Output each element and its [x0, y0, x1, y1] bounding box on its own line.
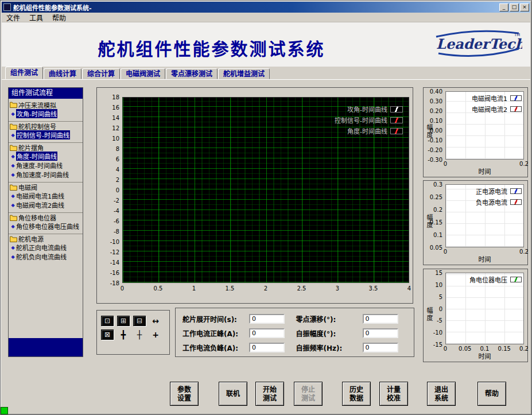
tree-item-label: 电磁阀电流1曲线 [16, 191, 64, 200]
field-input-3[interactable] [363, 328, 398, 338]
folder-icon [10, 184, 18, 191]
sidebar: 组件测试流程 冲压来流模拟◆攻角-时间曲线舵机控制信号◆控制信号-时间曲线舵片摆… [8, 87, 83, 357]
folder-icon [10, 236, 18, 242]
tree-item-0-0[interactable]: ◆攻角-时间曲线 [9, 109, 83, 118]
title-bar[interactable]: 舵机组件性能参数测试系统- _□× [2, 2, 530, 13]
x-tick-label: 2 [264, 285, 267, 292]
field-input-2[interactable] [249, 328, 285, 338]
exit-system-button[interactable]: 退出系统 [427, 382, 456, 406]
tree-group-label: 冲压来流模拟 [18, 100, 56, 110]
tree-group-3[interactable]: 电磁阀 [9, 182, 83, 191]
y-tick-label: -16 [110, 270, 119, 276]
tree-group-5[interactable]: 舵机电源 [9, 234, 83, 243]
y-tick-label: 14 [112, 114, 119, 121]
tree-group-4[interactable]: 角位移电位器 [9, 212, 83, 222]
tree-item-label: 角速度-时间曲线 [16, 161, 63, 170]
fields-grid: 舵片展开时间(s):零点漂移(°):工作电流正峰(A):自振幅度(°):工作电流… [176, 308, 414, 352]
legend-line-icon [510, 199, 522, 205]
tree-group-2[interactable]: 舵片摆角 [9, 142, 83, 152]
measurement-field: 自振幅度(°): [296, 328, 410, 338]
tree-item-4-0[interactable]: ◆角位移电位器电压曲线 [9, 222, 83, 231]
tree-group-label: 舵机电源 [18, 234, 44, 243]
start-test-button[interactable]: 开始测试 [255, 382, 284, 406]
connect-button[interactable]: 联机 [219, 382, 247, 406]
tree-group-1[interactable]: 舵机控制信号 [9, 121, 83, 130]
help-button[interactable]: 帮助 [477, 382, 506, 406]
zoom-out-button[interactable]: ⊟ [133, 316, 146, 326]
field-input-4[interactable] [249, 343, 285, 352]
tree-item-5-0[interactable]: ◆舵机正向电流曲线 [9, 243, 83, 252]
maximize-button[interactable]: □ [510, 3, 519, 11]
tree-item-2-1[interactable]: ◆角速度-时间曲线 [9, 161, 83, 170]
history-data-button[interactable]: 历史数据 [342, 382, 371, 406]
side-chart-plot: 正电源电流负电源电流 [445, 184, 524, 247]
menu-bar: 文件工具帮助 [2, 13, 530, 22]
close-button[interactable]: × [520, 3, 529, 11]
tree-item-3-1[interactable]: ◆电磁阀电流2曲线 [9, 200, 83, 210]
crosshair-button[interactable]: ╋ [117, 329, 130, 340]
tree-item-5-1[interactable]: ◆舵机负向电流曲线 [9, 252, 83, 261]
status-bar [2, 407, 530, 413]
tree-group-label: 角位移电位器 [18, 213, 56, 222]
tree-item-3-0[interactable]: ◆电磁阀电流1曲线 [9, 191, 83, 200]
tree-item-label: 角度-时间曲线 [16, 152, 57, 161]
calibration-button[interactable]: 计量校准 [379, 382, 408, 406]
tab-zero-drift-test[interactable]: 零点漂移测试 [166, 68, 218, 79]
main-chart: 181614121086420-2-4-6-8-10-12-14-16-18 攻… [96, 87, 413, 304]
sidebar-list: 冲压来流模拟◆攻角-时间曲线舵机控制信号◆控制信号-时间曲线舵片摆角◆角度-时间… [9, 99, 83, 338]
legend-item: 攻角-时间曲线 [335, 104, 403, 114]
file-menu[interactable]: 文件 [2, 13, 25, 22]
add-cursor-button[interactable]: + [149, 329, 162, 340]
zoom-window-button[interactable]: ⊡ [101, 316, 114, 326]
tree-group-label: 电磁阀 [18, 183, 37, 191]
tab-solenoid-test[interactable]: 电磁阀测试 [121, 68, 165, 79]
x-tick-label: 3.5 [369, 285, 378, 292]
y-tick-label: -10 [110, 239, 119, 245]
tab-component-test[interactable]: 组件测试 [5, 67, 43, 79]
tools-menu[interactable]: 工具 [25, 13, 48, 22]
help-menu[interactable]: 帮助 [48, 13, 71, 22]
x-tick-label: 3 [336, 285, 339, 292]
side-chart-legend: 电磁阀电流1电磁阀电流2 [472, 94, 522, 115]
svg-text:TM: TM [514, 33, 520, 37]
diamond-icon: ◆ [10, 154, 16, 159]
page-title: 舵机组件性能参数测试系统 [25, 35, 398, 60]
legend-line-icon [390, 128, 403, 134]
y-tick-label: -18 [110, 280, 119, 286]
tree-item-label: 电磁阀电流2曲线 [16, 200, 64, 210]
tab-curve-calc[interactable]: 曲线计算 [44, 68, 81, 79]
tab-composite-calc[interactable]: 综合计算 [82, 68, 120, 79]
legend-label: 电磁阀电流1 [472, 94, 507, 103]
zoom-in-button[interactable]: ⊞ [117, 316, 130, 326]
tree-item-1-0[interactable]: ◆控制信号-时间曲线 [9, 130, 83, 139]
y-tick-label: 0.30 [430, 98, 442, 104]
y-tick-label: -0.20 [428, 147, 442, 153]
tree-item-2-2[interactable]: ◆角加速度-时间曲线 [9, 170, 83, 179]
param-settings-button[interactable]: 参数设置 [170, 382, 199, 406]
tree-item-2-0[interactable]: ◆角度-时间曲线 [9, 152, 83, 161]
leadertech-logo: LeaderTech TM [433, 27, 522, 59]
tab-servo-gain-test[interactable]: 舵机增益测试 [218, 68, 270, 79]
y-tick-label: 2 [116, 176, 119, 183]
svg-text:LeaderTech: LeaderTech [436, 36, 522, 52]
potentiometer-voltage-chart: 幅度 151050-5-10-15 角电位器电压 00.050.10.150.2… [423, 269, 528, 362]
measurement-field: 舵片展开时间(s): [182, 314, 296, 324]
pan-button[interactable]: ⊠ [101, 329, 114, 340]
field-input-1[interactable] [363, 314, 398, 324]
legend-line-icon [510, 188, 522, 194]
move-cursor-button[interactable]: ┼ [133, 329, 146, 340]
zoom-restore-button[interactable]: ↔ [149, 316, 162, 326]
y-tick-label: -12 [110, 249, 119, 255]
field-input-5[interactable] [363, 343, 398, 352]
legend-item: 负电源电流 [476, 197, 522, 207]
side-chart-legend: 正电源电流负电源电流 [476, 187, 522, 208]
x-axis-label: 时间 [445, 351, 524, 360]
field-input-0[interactable] [249, 314, 285, 324]
field-label: 自振幅度(°): [296, 328, 363, 338]
main-chart-plot[interactable]: 攻角-时间曲线控制信号-时间曲线角度-时间曲线 [122, 97, 409, 283]
diamond-icon: ◆ [10, 254, 16, 259]
tree-group-0[interactable]: 冲压来流模拟 [9, 100, 83, 109]
folder-icon [10, 215, 18, 221]
y-tick-label: 0.20 [430, 108, 442, 114]
minimize-button[interactable]: _ [499, 3, 508, 11]
